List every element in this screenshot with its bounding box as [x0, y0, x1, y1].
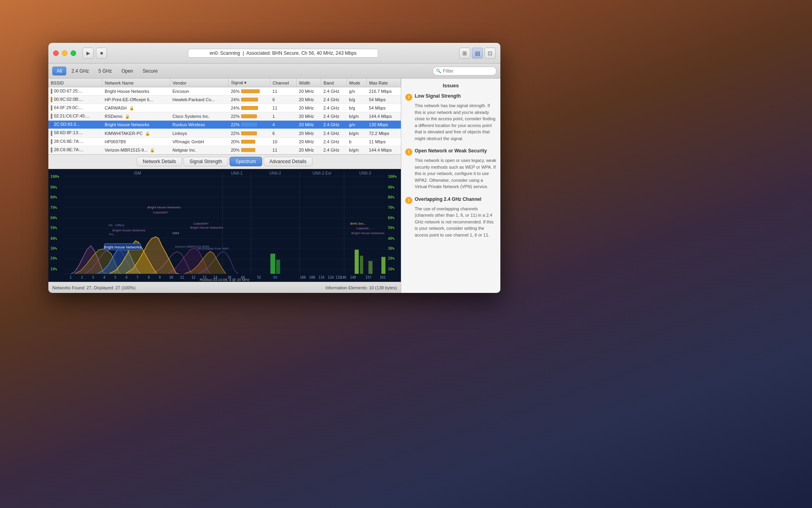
issue-overlap-channel: ! Overlapping 2.4 GHz Channel The use of…: [405, 196, 496, 239]
signal-bar: [241, 131, 257, 135]
cell-channel: 4: [270, 121, 297, 129]
table-row[interactable]: 64:0F:29:0C:... CARWASH 🔒 24% 11 20 MHz …: [48, 104, 401, 112]
svg-text:20%: 20%: [388, 256, 395, 260]
cell-bssid: 00:9C:02:0B:...: [48, 96, 102, 104]
svg-text:30%: 30%: [50, 246, 57, 250]
cell-bssid: 00:0D:67:25:...: [48, 87, 102, 96]
columns-view-button[interactable]: ⊞: [459, 48, 470, 59]
cell-width: 20 MHz: [297, 121, 321, 129]
cell-vendor: Cisco Systems Inc.: [170, 112, 228, 121]
cell-network-name: HP0697B9: [102, 137, 170, 146]
signal-container: 22%: [231, 131, 268, 136]
cell-network-name: HP-Print-EE-Officejet 6...: [102, 96, 170, 104]
tab-signal-strength[interactable]: Signal Strength: [184, 157, 228, 166]
signal-percent: 26%: [231, 89, 239, 94]
fullscreen-view-button[interactable]: ⊡: [485, 48, 496, 59]
cell-bssid: 2C:5D:93:3...: [48, 121, 102, 129]
signal-percent: 22%: [231, 122, 239, 127]
cell-maxrate: 144.4 Mbps: [366, 112, 400, 121]
svg-text:10%: 10%: [50, 267, 57, 271]
svg-text:UNII-3: UNII-3: [359, 171, 371, 175]
title-input[interactable]: [188, 49, 378, 58]
tab-advanced-details[interactable]: Advanced Details: [264, 157, 312, 166]
tab-network-details[interactable]: Network Details: [137, 157, 182, 166]
warning-icon-overlap-channel: !: [405, 197, 412, 204]
cell-channel: 6: [270, 96, 297, 104]
main-content: BSSID Network Name Vendor Signal ▾ Chann…: [48, 79, 500, 293]
issue-desc-low-signal: This network has low signal strength. If…: [405, 102, 496, 142]
svg-text:CableWi...: CableWi...: [356, 227, 372, 230]
signal-bar: [241, 106, 258, 110]
table-row[interactable]: 02:21:C6:CF:45:... RSDemo 🔒 Cisco System…: [48, 112, 401, 121]
search-icon: 🔍: [436, 68, 441, 73]
svg-text:Bright House Networks: Bright House Networks: [112, 229, 145, 232]
tab-spectrum[interactable]: Spectrum: [230, 157, 262, 166]
svg-text:UNII-2: UNII-2: [269, 171, 281, 175]
view-buttons: ⊞ ▤ ⊡: [459, 48, 496, 59]
issue-open-network: ! Open Network or Weak Security This net…: [405, 148, 496, 190]
filter-secure[interactable]: Secure: [138, 67, 162, 75]
svg-rect-52: [381, 257, 385, 274]
svg-text:30%: 30%: [388, 246, 395, 250]
cell-signal: 24%: [228, 104, 270, 112]
table-row[interactable]: 2C:5D:93:3... Bright House Networks Ruck…: [48, 121, 401, 129]
svg-text:52: 52: [257, 275, 261, 279]
svg-text:140: 140: [341, 275, 347, 279]
cell-vendor: Ruckus Wireless: [170, 121, 228, 129]
maximize-button[interactable]: [71, 50, 76, 56]
table-row[interactable]: 00:0D:67:25:... Bright House Networks Er…: [48, 87, 401, 96]
svg-text:Bright House Networks: Bright House Networks: [351, 231, 384, 235]
svg-text:20%: 20%: [50, 256, 57, 260]
signal-percent: 24%: [231, 106, 239, 110]
cell-band: 2.4 GHz: [321, 112, 347, 121]
sidebar-view-button[interactable]: ▤: [472, 48, 483, 59]
issues-panel: Issues ! Low Signal Strength This networ…: [401, 79, 500, 293]
cell-network-name: Bright House Networks: [102, 87, 170, 96]
filter-2ghz[interactable]: 2.4 GHz: [67, 67, 93, 75]
bssid-indicator: [51, 114, 52, 119]
play-button[interactable]: ▶: [82, 48, 94, 59]
main-window: ▶ ■ ⊞ ▤ ⊡ All 2.4 GHz 5 GHz Open Secure …: [48, 43, 500, 293]
close-button[interactable]: [53, 50, 59, 56]
svg-text:6: 6: [126, 275, 128, 279]
svg-rect-50: [360, 256, 363, 274]
filter-open[interactable]: Open: [117, 67, 137, 75]
issue-header-open-network: ! Open Network or Weak Security: [405, 148, 496, 156]
svg-text:60%: 60%: [50, 216, 57, 220]
signal-percent: 20%: [231, 139, 239, 144]
cell-mode: b/g/n: [347, 129, 366, 137]
minimize-button[interactable]: [62, 50, 67, 56]
cell-vendor: Ericsson: [170, 87, 228, 96]
svg-text:BHN-Sec...: BHN-Sec...: [350, 222, 366, 225]
table-row[interactable]: 58:6D:8F:13:... KIMWHITAKER-PC 🔒 Linksys…: [48, 129, 401, 137]
titlebar: ▶ ■ ⊞ ▤ ⊡: [48, 43, 500, 64]
table-row[interactable]: 28:C6:8E:7A:... HP0697B9 VRmagic GmbH 20…: [48, 137, 401, 146]
svg-text:70%: 70%: [50, 205, 57, 210]
statusbar: Networks Found: 27, Displayed: 27 (100%)…: [48, 282, 401, 293]
filterbar: All 2.4 GHz 5 GHz Open Secure 🔍: [48, 64, 500, 79]
cell-width: 20 MHz: [297, 104, 321, 112]
cell-signal: 20%: [228, 146, 270, 154]
col-network-name: Network Name: [102, 79, 170, 87]
cell-vendor: Hewlett-Packard Co...: [170, 96, 228, 104]
table-row[interactable]: 00:9C:02:0B:... HP-Print-EE-Officejet 6.…: [48, 96, 401, 104]
cell-band: 2.4 GHz: [321, 137, 347, 146]
filter-all[interactable]: All: [52, 67, 66, 75]
cell-width: 20 MHz: [297, 87, 321, 96]
filter-input[interactable]: [433, 67, 496, 75]
cell-band: 2.4 GHz: [321, 146, 347, 154]
svg-text:100%: 100%: [50, 174, 59, 179]
table-row[interactable]: 28:C6:8E:7A:... Verizon-MBR1515-9... 🔒 N…: [48, 146, 401, 154]
filter-5ghz[interactable]: 5 GHz: [94, 67, 116, 75]
cell-width: 20 MHz: [297, 137, 321, 146]
svg-text:3: 3: [92, 275, 94, 279]
signal-container: 24%: [231, 106, 268, 110]
svg-text:80%: 80%: [388, 195, 395, 199]
stop-button[interactable]: ■: [96, 48, 107, 59]
cell-width: 20 MHz: [297, 146, 321, 154]
svg-text:50%: 50%: [50, 225, 57, 230]
issue-desc-open-network: This network is open or uses legacy, wea…: [405, 157, 496, 190]
signal-bar: [241, 98, 258, 102]
cell-network-name: CARWASH 🔒: [102, 104, 170, 112]
left-panel: BSSID Network Name Vendor Signal ▾ Chann…: [48, 79, 401, 293]
